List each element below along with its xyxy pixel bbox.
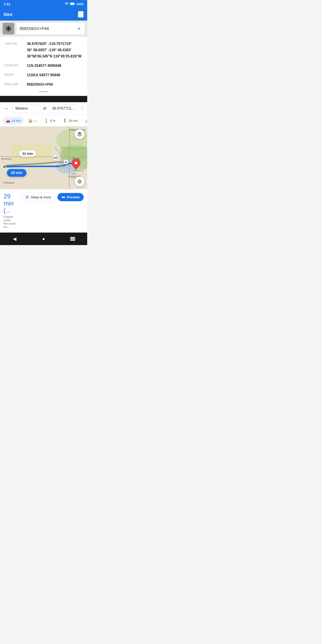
search-input-value[interactable]: 8582X6GV+P44 [20,26,77,31]
swap-button[interactable]: ⇄ [42,105,48,112]
tab-walk[interactable]: 🚶 6 hr [41,117,58,124]
nav-home-button[interactable]: ● [38,235,49,242]
transit-icon: 🚋 [28,118,33,123]
utm-values: 11N 254577 4095848 [27,63,83,69]
wifi-icon [64,2,69,6]
nav-back-icon: ◀ [13,236,16,242]
svg-rect-18 [60,166,65,167]
location-icon [5,26,12,32]
svg-point-36 [79,181,80,182]
nav-back-button[interactable]: ◀ [9,235,20,242]
tab-walk2-label: 29 min [68,119,78,122]
steps-more-label: Steps & more [31,195,51,199]
svg-rect-48 [70,238,75,239]
drag-handle [39,91,48,92]
app-title: Geo [4,12,12,17]
route-header: ← ⇄ ⋮ [0,102,87,115]
map-locate-button[interactable] [75,177,84,186]
route-action-buttons: Steps & more Preview [21,193,84,202]
pluscode-values: 8582X6GV+P44 [27,82,83,88]
route-from-input[interactable] [12,104,40,112]
time-bubble-selected[interactable]: 29 min [7,169,26,177]
tab-walk2[interactable]: 🧍 29 min [60,117,81,124]
utm-value: 11N 254577 4095848 [27,63,83,68]
back-button[interactable]: ← [3,105,11,112]
status-bar: 7:51 100% [0,0,87,8]
bike-icon: 🚲 [85,118,87,123]
latlong-values: 36.9767625° -119.7571719° 36° 58.6057' -… [27,41,83,60]
latlong-decimal: 36.9767625° -119.7571719° [27,41,83,46]
pluscode-value: 8582X6GV+P44 [27,82,83,87]
mgrs-label: MGRS [4,72,27,76]
latlong-row: Lat/Long 36.9767625° -119.7571719° 36° 5… [4,41,83,60]
mgrs-row: MGRS 11SKA 54577 95848 [4,72,83,79]
battery-icon [70,2,75,6]
svg-rect-2 [74,3,75,4]
svg-text:5 mi: 5 mi [72,173,76,175]
tab-walk-label: 6 hr [50,119,56,122]
bottom-nav: ◀ ● [0,232,87,245]
svg-text:145: 145 [53,156,57,159]
route-info-bottom: 29 min (... Fastest route,the usual tra.… [0,189,87,232]
layers-button[interactable] [75,129,84,139]
svg-rect-47 [70,237,75,238]
pluscode-row: Plus code 8582X6GV+P44 [4,82,83,88]
latlong-dms2: 36°58'36.345"N 119°45'25.819"W [27,54,83,59]
pluscode-label: Plus code [4,82,27,86]
svg-marker-45 [62,196,64,198]
route-to-input[interactable] [49,104,78,112]
svg-text:era Acres: era Acres [1,158,12,160]
svg-text:Parkwood: Parkwood [3,181,14,184]
steps-more-button[interactable]: Steps & more [21,193,55,202]
app-menu-button[interactable]: ⋮ [78,11,84,18]
status-time: 7:51 [4,2,10,6]
app-bar: Geo ⋮ [0,8,87,20]
latlong-label: Lat/Long [4,41,27,45]
route-desc: Fastest route,the usual tra... [4,215,21,228]
preview-button[interactable]: Preview [58,193,84,201]
route-time-main: 29 min (... [4,193,21,214]
transport-tabs: 🚗 29 min 🚋 — 🚶 6 hr 🧍 29 min 🚲 1 hr 53 [0,115,87,126]
latlong-dms1: 36° 58.6057' -119° 45.4303' [27,48,83,53]
location-button[interactable] [3,23,14,34]
svg-point-3 [8,28,10,30]
battery-percent: 100% [76,2,84,6]
mgrs-value: 11SKA 54577 95848 [27,72,83,78]
route-more-button[interactable]: ⋮ [80,106,84,111]
svg-point-35 [75,162,77,164]
tab-car[interactable]: 🚗 29 min [3,117,24,124]
map-svg: 145 41 Indian Springs Friant Parkwood er… [0,126,87,189]
car-icon: 🚗 [6,118,10,123]
svg-marker-46 [64,196,65,198]
time-alt-label: 31 min [22,152,33,156]
tab-car-label: 29 min [12,119,21,122]
nav-recent-button[interactable] [67,235,78,242]
nav-recent-icon [70,237,75,240]
mgrs-values: 11SKA 54577 95848 [27,72,83,79]
search-input-wrapper: 8582X6GV+P44 ✕ [16,23,84,34]
clear-button[interactable]: ✕ [77,26,82,32]
search-container: 8582X6GV+P44 ✕ [0,20,87,37]
preview-label: Preview [67,195,80,199]
utm-row: UTM/UPS 11N 254577 4095848 [4,63,83,69]
tab-transit[interactable]: 🚋 — [25,117,40,124]
route-time-row: 29 min (... Fastest route,the usual tra.… [4,193,84,228]
svg-rect-1 [70,3,74,4]
svg-rect-49 [70,240,75,240]
map-area[interactable]: 145 41 Indian Springs Friant Parkwood er… [0,126,87,189]
walk2-icon: 🧍 [62,118,67,123]
nav-home-icon: ● [42,236,45,242]
svg-text:5 km: 5 km [71,176,76,179]
utm-label: UTM/UPS [4,63,27,67]
time-selected-label: 29 min [11,171,22,175]
svg-text:41: 41 [64,161,67,164]
svg-text:Summ H: Summ H [74,169,84,172]
svg-point-33 [3,165,6,168]
time-bubble-alt[interactable]: 31 min [19,150,36,157]
status-icons: 100% [64,2,84,6]
walk-icon: 🚶 [44,118,49,123]
svg-point-37 [78,180,82,183]
tab-bike[interactable]: 🚲 1 hr 53 [82,117,87,124]
info-card: Lat/Long 36.9767625° -119.7571719° 36° 5… [0,37,87,96]
black-divider [0,96,87,102]
